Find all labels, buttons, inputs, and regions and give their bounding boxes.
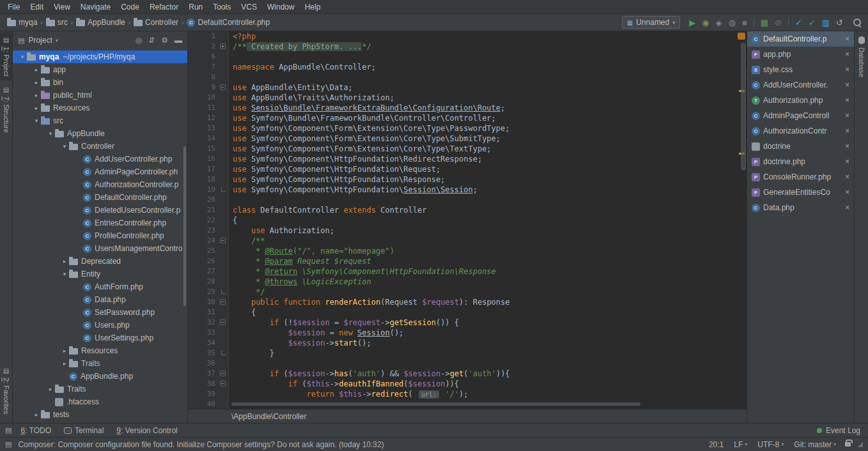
tree-item-setpassword-php[interactable]: CSetPassword.php	[13, 306, 187, 319]
tree-item-authorizationcontroller-p[interactable]: CAuthorizationController.p	[13, 178, 187, 191]
close-icon[interactable]: ×	[845, 96, 849, 105]
tree-item-defaultcontroller-php[interactable]: CDefaultController.php	[13, 191, 187, 204]
services-grid-button[interactable]: ▦	[761, 19, 768, 27]
menu-item-edit[interactable]: Edit	[25, 1, 49, 13]
resize-grip[interactable]	[857, 441, 863, 447]
fold-marker-icon[interactable]	[221, 187, 226, 192]
toolwindow-switcher-icon[interactable]: ▤	[5, 440, 12, 448]
database-stripe-button[interactable]: Database	[855, 32, 868, 82]
breadcrumb-item-defaultcontroller-php[interactable]: CDefaultController.php	[185, 17, 272, 28]
menu-item-tools[interactable]: Tools	[208, 1, 236, 13]
menu-item-help[interactable]: Help	[300, 1, 326, 13]
vcs-update-button[interactable]: ✓	[795, 19, 802, 27]
close-icon[interactable]: ×	[845, 172, 849, 181]
menu-item-navigate[interactable]: Navigate	[75, 1, 116, 13]
close-icon[interactable]: ×	[845, 34, 849, 43]
fold-marker-icon[interactable]: +	[220, 43, 226, 49]
tree-item-resources[interactable]: ▸Resources	[13, 102, 187, 114]
caret-position[interactable]: 20:1	[709, 440, 724, 449]
favorites-stripe-button[interactable]: ▤2: Favorites	[0, 363, 12, 418]
fold-marker-icon[interactable]: −	[220, 84, 226, 90]
git-branch[interactable]: Git: master▾	[794, 440, 836, 449]
open-file-defaultcontroller-p[interactable]: CDefaultController.p×	[747, 31, 854, 47]
menu-item-file[interactable]: File	[3, 1, 25, 13]
tree-toggle-icon[interactable]: ▸	[32, 105, 41, 111]
tree-toggle-icon[interactable]: ▸	[32, 66, 41, 73]
debug-button[interactable]: ◉	[702, 19, 709, 27]
menu-item-refactor[interactable]: Refactor	[144, 1, 183, 13]
project-stripe-button[interactable]: ▤1: Project	[0, 32, 12, 80]
tree-item-deprecated[interactable]: ▸Deprecated	[13, 255, 187, 268]
editor-vscrollbar[interactable]	[741, 43, 746, 171]
close-icon[interactable]: ×	[845, 65, 849, 74]
menu-item-code[interactable]: Code	[116, 1, 144, 13]
editor-hscrollbar[interactable]	[231, 402, 640, 406]
tree-toggle-icon[interactable]: ▾	[60, 271, 69, 277]
menu-item-view[interactable]: View	[49, 1, 75, 13]
close-icon[interactable]: ×	[845, 126, 849, 135]
project-scrollbar[interactable]	[183, 146, 186, 306]
tree-toggle-icon[interactable]: ▾	[32, 118, 41, 124]
hide-panel-icon[interactable]: ▬	[174, 36, 182, 45]
tree-toggle-icon[interactable]: ▸	[32, 92, 41, 98]
tree-toggle-icon[interactable]: ▸	[32, 79, 41, 86]
tree-toggle-icon[interactable]: ▾	[18, 54, 27, 60]
open-file-adminpagecontroll[interactable]: CAdminPageControll×	[747, 108, 854, 123]
breadcrumb-item-src[interactable]: src	[44, 17, 70, 28]
run-config-selector[interactable]: ▦ Unnamed ▾	[622, 16, 681, 29]
open-file-addusercontroller[interactable]: CAddUserController.×	[747, 77, 854, 93]
tree-toggle-icon[interactable]: ▾	[60, 143, 69, 149]
vcs-compare-button[interactable]: ▥	[822, 19, 830, 27]
tree-item-bin[interactable]: ▸bin	[13, 76, 187, 89]
tree-toggle-icon[interactable]: ▸	[60, 348, 69, 354]
close-icon[interactable]: ×	[845, 203, 849, 212]
tree-item-adminpagecontroller-ph[interactable]: CAdminPageController.ph	[13, 165, 187, 178]
open-file-consolerunner-php[interactable]: PConsoleRunner.php×	[747, 169, 854, 185]
tree-item-traits[interactable]: ▸Traits	[13, 357, 187, 370]
locate-file-icon[interactable]: ◎	[136, 36, 142, 45]
tree-item-entity[interactable]: ▾Entity	[13, 268, 187, 280]
event-log-button[interactable]: Event Log	[817, 426, 860, 435]
fold-marker-icon[interactable]: −	[220, 238, 226, 243]
tree-item-authform-php[interactable]: CAuthForm.php	[13, 280, 187, 293]
tree-item-myqa[interactable]: ▾myqa~/projects/PHP/myqa	[13, 50, 187, 63]
open-file-app-php[interactable]: Papp.php×	[747, 47, 854, 62]
fold-marker-icon[interactable]	[221, 351, 226, 355]
tree-item-tests[interactable]: ▸tests	[13, 408, 187, 421]
fold-marker-icon[interactable]: −	[220, 299, 226, 305]
tree-item-users-php[interactable]: CUsers.php	[13, 319, 187, 332]
vcs-commit-button[interactable]: ✓	[809, 19, 816, 27]
open-file-data-php[interactable]: CData.php×	[747, 200, 854, 215]
fold-marker-icon[interactable]: −	[220, 319, 226, 325]
breadcrumb-path[interactable]: \AppBundle\Controller	[231, 412, 306, 421]
terminal-button[interactable]: Terminal	[64, 426, 104, 435]
tree-item-appbundle[interactable]: ▾AppBundle	[13, 127, 187, 140]
fold-marker-icon[interactable]	[221, 289, 226, 294]
tree-toggle-icon[interactable]: ▸	[60, 360, 69, 367]
tree-item-src[interactable]: ▾src	[13, 114, 187, 127]
tree-toggle-icon[interactable]: ▸	[46, 386, 55, 392]
open-file-authorizationcontr[interactable]: CAuthorizationContr×	[747, 123, 854, 139]
kill-process-button[interactable]: ⊘	[775, 19, 782, 27]
line-separator[interactable]: LF▾	[734, 440, 747, 449]
tree-item-profilecontroller-php[interactable]: CProfileController.php	[13, 229, 187, 242]
close-icon[interactable]: ×	[845, 80, 849, 89]
menu-item-run[interactable]: Run	[183, 1, 208, 13]
inspection-indicator-icon[interactable]	[738, 33, 745, 40]
toolwindow-switcher-icon[interactable]: ▤	[5, 426, 12, 434]
coverage-button[interactable]: ◈	[716, 19, 722, 27]
tree-item-usersettings-php[interactable]: CUserSettings.php	[13, 332, 187, 344]
open-file-authorization-php[interactable]: TAuthorization.php×	[747, 93, 854, 108]
encoding[interactable]: UTF-8▾	[757, 440, 784, 449]
tree-item-appbundle-php[interactable]: CAppBundle.php	[13, 370, 187, 383]
menu-item-vcs[interactable]: VCS	[236, 1, 262, 13]
fold-marker-icon[interactable]: −	[220, 371, 226, 376]
tree-item-data-php[interactable]: CData.php	[13, 293, 187, 306]
tree-toggle-icon[interactable]: ▸	[60, 258, 69, 264]
close-icon[interactable]: ×	[845, 188, 849, 197]
tree-item-app[interactable]: ▸app	[13, 63, 187, 76]
close-icon[interactable]: ×	[845, 157, 849, 166]
undo-button[interactable]: ↺	[836, 19, 843, 27]
tree-item-htaccess[interactable]: .htaccess	[13, 395, 187, 408]
tree-item-deleteduserscontroller-p[interactable]: CDeletedUsersController.p	[13, 204, 187, 217]
